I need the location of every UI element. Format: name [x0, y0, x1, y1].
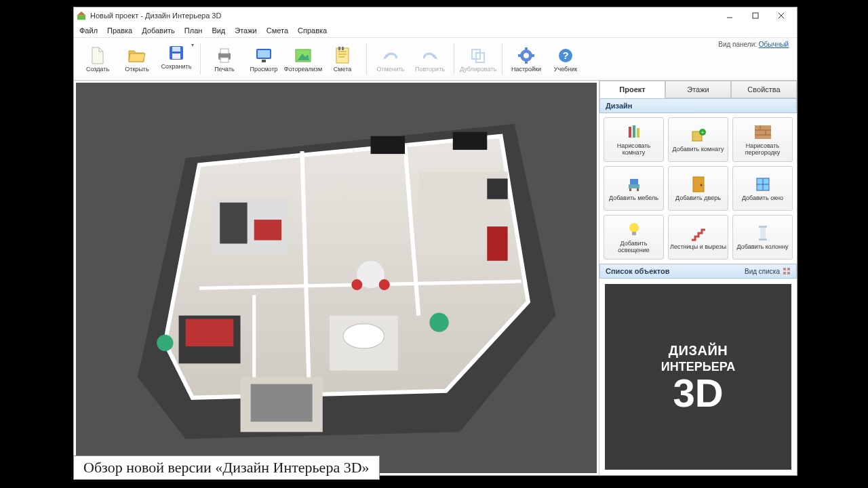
notepad-icon [333, 46, 352, 65]
svg-rect-62 [637, 128, 639, 138]
bulb-icon [625, 221, 643, 239]
svg-rect-46 [220, 203, 247, 244]
tab-properties[interactable]: Свойства [731, 81, 797, 98]
svg-rect-61 [633, 125, 635, 138]
svg-rect-60 [629, 127, 631, 138]
floorplan-render [76, 83, 597, 466]
render-icon [294, 46, 313, 65]
svg-rect-8 [172, 54, 180, 59]
chevron-down-icon: ▾ [191, 43, 194, 48]
brick-icon [754, 123, 772, 141]
floppy-icon [167, 43, 186, 62]
card-add-window[interactable]: Добавить окно [732, 166, 793, 211]
close-button[interactable] [768, 8, 794, 23]
card-add-room[interactable]: +Добавить комнату [668, 117, 728, 162]
video-caption: Обзор новой версии «Дизайн Интерьера 3D» [73, 455, 380, 480]
card-draw-partition[interactable]: Нарисовать перегородку [732, 117, 793, 162]
menu-add[interactable]: Добавить [142, 26, 175, 35]
panel-mode-link[interactable]: Обычный [759, 41, 789, 48]
undo-button[interactable]: Отменить [371, 40, 410, 78]
design-tools-grid: Нарисовать комнату +Добавить комнату Нар… [599, 113, 797, 264]
svg-point-56 [429, 313, 448, 332]
svg-rect-59 [453, 132, 488, 150]
svg-rect-0 [77, 15, 85, 20]
save-button[interactable]: Сохранить▾ [157, 40, 196, 78]
main-area: Проект Этажи Свойства Дизайн Нарисовать … [74, 81, 797, 475]
promo-banner: ДИЗАЙН ИНТЕРЬЕРА 3D [605, 284, 791, 470]
svg-point-78 [629, 223, 639, 232]
tab-floors[interactable]: Этажи [665, 81, 731, 98]
help-icon: ? [556, 46, 575, 65]
svg-rect-86 [787, 272, 790, 274]
titlebar: Новый проект - Дизайн Интерьера 3D [74, 7, 797, 24]
toolbar-separator [454, 43, 454, 75]
svg-rect-31 [518, 54, 521, 57]
tab-project[interactable]: Проект [599, 81, 665, 98]
minimize-button[interactable] [717, 8, 743, 23]
svg-point-74 [700, 184, 702, 186]
section-design-header: Дизайн [599, 98, 797, 113]
open-button[interactable]: Открыть [117, 40, 157, 78]
estimate-button[interactable]: Смета [323, 40, 362, 78]
menu-help[interactable]: Справка [298, 26, 327, 35]
folder-open-icon [127, 46, 146, 65]
svg-text:+: + [701, 129, 704, 136]
brushes-icon [625, 123, 643, 141]
viewport-3d[interactable] [76, 83, 597, 473]
print-button[interactable]: Печать [205, 40, 244, 78]
toolbar-separator [502, 43, 502, 75]
menu-floors[interactable]: Этажи [235, 26, 256, 35]
section-objects-header: Список объектов Вид списка [599, 264, 797, 279]
svg-rect-71 [629, 188, 631, 191]
undo-icon [381, 46, 400, 65]
svg-marker-1 [77, 12, 85, 15]
help-button[interactable]: ?Учебник [546, 40, 585, 78]
card-add-lighting[interactable]: Добавить освещение [604, 215, 664, 260]
side-tabs: Проект Этажи Свойства [599, 81, 797, 98]
card-add-column[interactable]: Добавить колонну [732, 215, 793, 260]
menu-estimate[interactable]: Смета [267, 26, 288, 35]
list-view-toggle[interactable]: Вид списка [745, 267, 791, 275]
menu-edit[interactable]: Правка [107, 26, 132, 35]
menu-file[interactable]: Файл [79, 26, 98, 35]
panel-mode: Вид панели: Обычный [718, 41, 793, 48]
duplicate-button[interactable]: Дублировать [458, 40, 498, 78]
card-draw-room[interactable]: Нарисовать комнату [604, 117, 664, 162]
settings-button[interactable]: Настройки [507, 40, 546, 78]
app-window: Новый проект - Дизайн Интерьера 3D Файл … [73, 7, 797, 476]
svg-rect-49 [487, 178, 507, 199]
menu-view[interactable]: Вид [212, 26, 225, 35]
window-title: Новый проект - Дизайн Интерьера 3D [90, 12, 717, 20]
create-button[interactable]: Создать [78, 40, 117, 78]
svg-rect-14 [262, 60, 266, 62]
add-room-icon: + [690, 127, 707, 144]
toolbar-separator [366, 43, 367, 75]
svg-point-57 [157, 335, 173, 351]
svg-rect-47 [254, 220, 281, 240]
card-add-furniture[interactable]: Добавить мебель [604, 166, 664, 211]
column-icon [754, 224, 772, 242]
window-controls [717, 8, 794, 23]
svg-rect-81 [760, 228, 766, 239]
svg-point-53 [379, 279, 390, 290]
svg-rect-83 [783, 268, 786, 270]
stairs-icon [690, 224, 707, 242]
toolbar-separator [200, 43, 201, 75]
photorealism-button[interactable]: Фотореализм [283, 40, 323, 78]
redo-icon [420, 46, 439, 65]
chair-icon [625, 176, 643, 193]
maximize-button[interactable] [743, 8, 768, 23]
svg-rect-80 [759, 226, 767, 228]
card-add-door[interactable]: Добавить дверь [668, 166, 728, 211]
redo-button[interactable]: Повторить [410, 40, 450, 78]
file-new-icon [88, 46, 107, 65]
menu-plan[interactable]: План [184, 26, 203, 35]
svg-rect-82 [759, 239, 767, 241]
svg-rect-17 [336, 48, 349, 63]
preview-button[interactable]: Просмотр [244, 40, 283, 78]
card-stairs[interactable]: Лестницы и вырезы [668, 215, 728, 260]
svg-rect-44 [251, 384, 313, 422]
svg-rect-79 [632, 232, 636, 235]
svg-rect-84 [787, 268, 790, 270]
menubar: Файл Правка Добавить План Вид Этажи Смет… [74, 24, 797, 37]
